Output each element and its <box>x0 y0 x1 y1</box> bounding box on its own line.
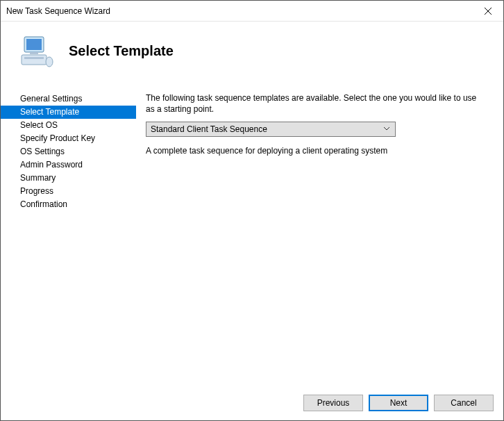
close-icon <box>485 8 492 15</box>
svg-rect-5 <box>22 55 47 65</box>
sidebar-item-progress[interactable]: Progress <box>1 185 136 198</box>
sidebar-item-select-template[interactable]: Select Template <box>1 106 136 119</box>
template-dropdown[interactable]: Standard Client Task Sequence <box>146 122 396 137</box>
svg-point-7 <box>46 57 53 67</box>
sidebar-item-specify-product-key[interactable]: Specify Product Key <box>1 132 136 145</box>
next-button[interactable]: Next <box>369 395 428 411</box>
template-dropdown-value: Standard Client Task Sequence <box>151 124 381 134</box>
titlebar: New Task Sequence Wizard <box>1 1 503 22</box>
sidebar-item-general-settings[interactable]: General Settings <box>1 92 136 106</box>
svg-rect-3 <box>26 39 42 50</box>
window-title: New Task Sequence Wizard <box>6 6 472 16</box>
intro-text: The following task sequence templates ar… <box>146 92 487 115</box>
wizard-header: Select Template <box>1 22 503 80</box>
cancel-button[interactable]: Cancel <box>434 395 494 411</box>
page-title: Select Template <box>69 43 174 59</box>
sidebar-item-select-os[interactable]: Select OS <box>1 119 136 132</box>
svg-rect-6 <box>24 57 44 59</box>
computer-icon <box>20 34 53 67</box>
sidebar-item-summary[interactable]: Summary <box>1 172 136 185</box>
sidebar-item-os-settings[interactable]: OS Settings <box>1 145 136 158</box>
wizard-body: General Settings Select Template Select … <box>1 84 503 386</box>
svg-rect-4 <box>30 52 38 54</box>
wizard-footer: Previous Next Cancel <box>1 386 503 420</box>
wizard-main-panel: The following task sequence templates ar… <box>136 84 503 386</box>
close-button[interactable] <box>472 1 503 21</box>
previous-button[interactable]: Previous <box>303 395 363 411</box>
chevron-down-icon <box>381 127 392 131</box>
wizard-steps-sidebar: General Settings Select Template Select … <box>1 84 136 386</box>
sidebar-item-confirmation[interactable]: Confirmation <box>1 198 136 211</box>
sidebar-item-admin-password[interactable]: Admin Password <box>1 158 136 172</box>
template-description: A complete task sequence for deploying a… <box>146 145 487 156</box>
